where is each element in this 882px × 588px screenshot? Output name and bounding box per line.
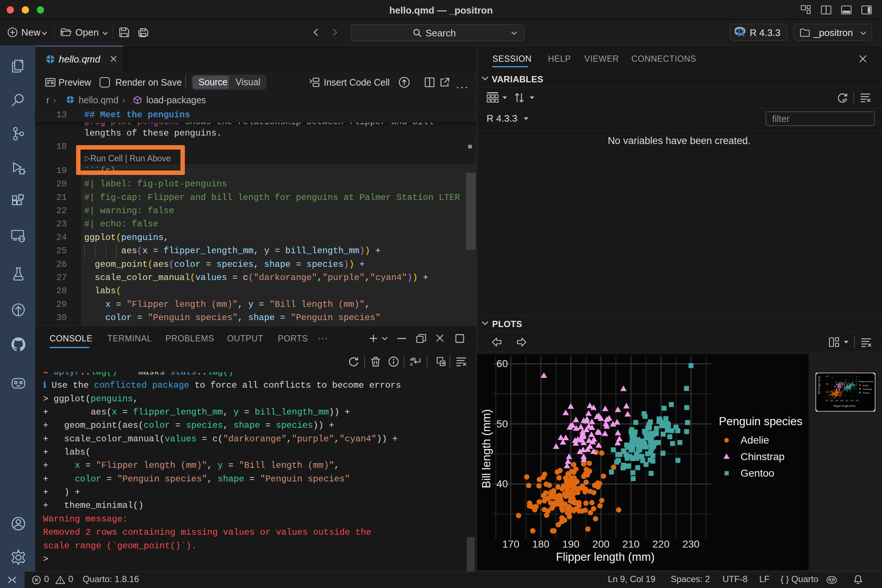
svg-text:210: 210 xyxy=(622,538,640,550)
svg-text:220: 220 xyxy=(652,538,670,550)
svg-text:210: 210 xyxy=(845,399,849,402)
svg-text:50: 50 xyxy=(496,418,508,430)
svg-text:200: 200 xyxy=(840,399,843,402)
svg-text:Penguin species: Penguin species xyxy=(858,380,873,382)
svg-text:170: 170 xyxy=(825,399,828,402)
svg-text:230: 230 xyxy=(855,399,859,402)
svg-text:Gentoo: Gentoo xyxy=(741,468,774,479)
svg-text:R: R xyxy=(737,27,745,38)
svg-text:ab: ab xyxy=(410,356,416,362)
svg-text:Gentoo: Gentoo xyxy=(862,392,870,394)
svg-text:60: 60 xyxy=(496,358,508,369)
svg-text:50: 50 xyxy=(826,383,828,385)
svg-text:Flipper length (mm): Flipper length (mm) xyxy=(556,550,655,563)
svg-text:180: 180 xyxy=(532,538,549,550)
svg-text:Bill length (mm): Bill length (mm) xyxy=(480,409,493,488)
svg-text:60: 60 xyxy=(826,375,828,377)
svg-text:Bill length (mm): Bill length (mm) xyxy=(818,376,820,394)
svg-text:c: c xyxy=(410,361,413,367)
svg-text:Adelie: Adelie xyxy=(862,384,869,387)
svg-text:40: 40 xyxy=(826,391,828,393)
svg-text:170: 170 xyxy=(502,538,520,550)
svg-text:190: 190 xyxy=(836,399,838,402)
svg-text:Penguin species: Penguin species xyxy=(719,415,802,428)
svg-text:Chinstrap: Chinstrap xyxy=(862,388,872,390)
svg-text:Chinstrap: Chinstrap xyxy=(741,451,784,462)
svg-text:Flipper length (mm): Flipper length (mm) xyxy=(833,405,855,408)
svg-text:180: 180 xyxy=(830,399,834,402)
svg-text:190: 190 xyxy=(562,538,579,550)
svg-text:230: 230 xyxy=(682,538,700,550)
svg-text:40: 40 xyxy=(496,478,508,489)
svg-text:220: 220 xyxy=(850,399,854,402)
svg-text:200: 200 xyxy=(592,538,610,550)
svg-text:Adelie: Adelie xyxy=(741,434,769,446)
